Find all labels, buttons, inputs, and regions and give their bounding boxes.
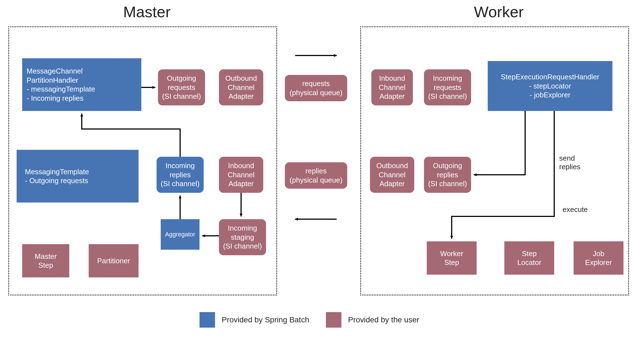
line: Channel (379, 83, 406, 92)
line: Explorer (585, 258, 612, 267)
line: requests (302, 79, 330, 88)
line: Adapter (228, 179, 254, 188)
line: Inbound (379, 74, 405, 83)
incoming-replies-channel: Incoming replies (SI channel) (157, 157, 204, 193)
line: Outbound (376, 161, 408, 170)
line: Channel (228, 170, 255, 179)
outgoing-replies-channel: Outgoing replies (SI channel) (424, 157, 471, 193)
line: - jobExplorer (530, 90, 570, 100)
master-step: Master Step (22, 244, 69, 277)
line: replies (170, 170, 191, 179)
line: staging (231, 233, 254, 242)
step-locator: Step Locator (504, 241, 554, 275)
line: Inbound (228, 161, 254, 170)
line: (SI channel) (162, 92, 201, 101)
line: Job (593, 249, 604, 258)
worker-step: Worker Step (427, 241, 477, 275)
line: replies (559, 163, 581, 171)
line: replies (437, 170, 458, 179)
legend-spring-label: Provided by Spring Batch (222, 315, 309, 324)
line: (SI channel) (161, 179, 200, 188)
line: Step (444, 258, 459, 267)
legend-spring: Provided by Spring Batch (200, 312, 309, 328)
legend-user: Provided by the user (326, 312, 419, 328)
line: (physical queue) (290, 88, 343, 97)
line: StepExecutionRequestHandler (501, 72, 599, 82)
swatch-blue (200, 312, 215, 328)
line: MessageChannel (27, 67, 137, 76)
replies-physical-queue: replies (physical queue) (285, 162, 347, 189)
line: Step (522, 249, 537, 258)
inbound-channel-adapter-worker: Inbound Channel Adapter (371, 69, 413, 105)
outbound-channel-adapter-worker: Outbound Channel Adapter (370, 157, 414, 193)
incoming-staging-channel: Incoming staging (SI channel) (219, 219, 266, 255)
master-title: Master (108, 3, 186, 21)
line: Step (38, 261, 53, 270)
line: PartitionHandler (27, 76, 137, 85)
line: - stepLocator (529, 82, 571, 91)
line: MessagingTemplate (25, 167, 134, 176)
line: Adapter (379, 179, 405, 188)
execute-label: execute (563, 205, 588, 214)
line: (physical queue) (290, 176, 343, 185)
legend: Provided by Spring Batch Provided by the… (200, 312, 419, 328)
swatch-mauve (326, 312, 341, 328)
line: Channel (379, 170, 406, 179)
line: Master (35, 252, 57, 261)
message-channel-partition-handler: MessageChannel PartitionHandler - messag… (22, 58, 141, 111)
line: Incoming (165, 161, 195, 170)
line: Worker (440, 249, 463, 258)
messaging-template: MessagingTemplate - Outgoing requests (17, 150, 139, 203)
requests-physical-queue: requests (physical queue) (285, 75, 347, 101)
line: Outgoing (433, 161, 462, 170)
send-replies-label: send replies (559, 154, 581, 171)
line: (SI channel) (428, 92, 467, 101)
legend-user-label: Provided by the user (348, 315, 419, 324)
line: requests (168, 83, 195, 92)
line: (SI channel) (428, 179, 467, 188)
worker-title: Worker (460, 3, 538, 21)
line: - Incoming replies (27, 94, 137, 103)
line: Incoming (433, 74, 462, 83)
line: Channel (228, 83, 255, 92)
incoming-requests-channel: Incoming requests (SI channel) (424, 69, 471, 105)
partitioner: Partitioner (89, 244, 139, 277)
line: Adapter (379, 92, 405, 101)
line: - messagingTemplate (27, 85, 137, 94)
outbound-channel-adapter-master: Outbound Channel Adapter (219, 69, 263, 105)
line: Locator (517, 258, 541, 267)
line: Outbound (225, 74, 257, 83)
job-explorer: Job Explorer (574, 241, 623, 275)
line: (SI channel) (223, 242, 262, 251)
line: send (559, 154, 581, 163)
aggregator: Aggregator (161, 219, 200, 250)
line: Outgoing (167, 74, 196, 83)
outgoing-requests-channel: Outgoing requests (SI channel) (158, 69, 205, 105)
line: - Outgoing requests (25, 176, 134, 185)
line: replies (305, 166, 327, 176)
step-execution-request-handler: StepExecutionRequestHandler - stepLocato… (488, 61, 612, 111)
inbound-channel-adapter-master: Inbound Channel Adapter (219, 157, 263, 193)
line: Incoming (228, 224, 257, 233)
line: Adapter (228, 92, 254, 101)
line: requests (434, 83, 461, 92)
